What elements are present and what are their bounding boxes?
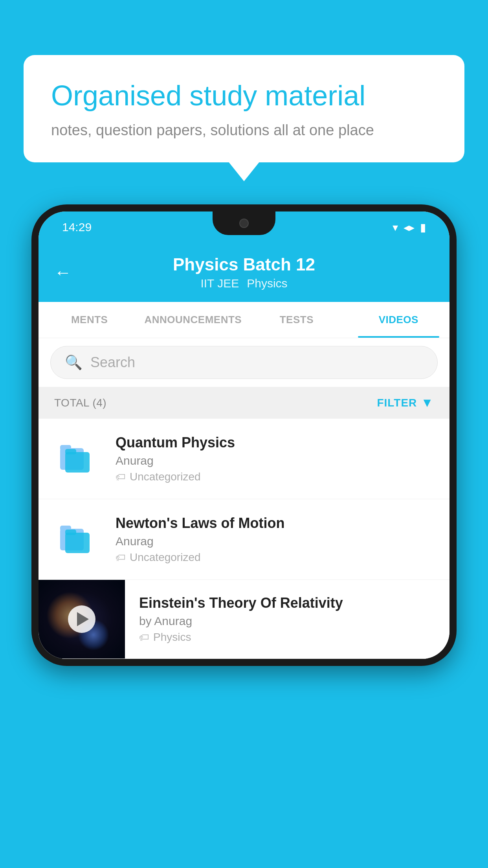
video-title: Quantum Physics (116, 434, 434, 451)
list-item[interactable]: Newton's Laws of Motion Anurag 🏷 Uncateg… (39, 499, 449, 580)
search-icon: 🔍 (65, 354, 83, 371)
list-item[interactable]: Einstein's Theory Of Relativity by Anura… (39, 580, 449, 659)
phone-device: 14:29 ▾ ◂▸ ▮ ← Physics Batch 12 IIT JEE … (31, 204, 457, 868)
wifi-icon: ▾ (393, 221, 398, 234)
tag-label-3: Physics (153, 631, 191, 644)
einstein-thumbnail (39, 580, 125, 658)
search-placeholder: Search (90, 354, 135, 371)
einstein-info: Einstein's Theory Of Relativity by Anura… (139, 583, 434, 655)
phone-notch (213, 211, 275, 235)
phone-screen: 14:29 ▾ ◂▸ ▮ ← Physics Batch 12 IIT JEE … (39, 211, 449, 659)
tab-tests[interactable]: TESTS (246, 302, 347, 338)
filter-funnel-icon: ▼ (421, 395, 434, 410)
speech-bubble-subtitle: notes, question papers, solutions all at… (51, 122, 437, 139)
video-info: Quantum Physics Anurag 🏷 Uncategorized (116, 434, 434, 483)
tabs-bar: MENTS ANNOUNCEMENTS TESTS VIDEOS (39, 302, 449, 338)
svg-rect-6 (65, 533, 90, 553)
video-folder-icon-2 (54, 516, 101, 563)
speech-bubble-heading: Organised study material (51, 79, 437, 112)
video-author-2: Anurag (116, 535, 434, 548)
speech-bubble-container: Organised study material notes, question… (24, 55, 464, 162)
tag-label: Uncategorized (130, 471, 201, 483)
app-header: ← Physics Batch 12 IIT JEE Physics (39, 243, 449, 302)
signal-icon: ◂▸ (404, 221, 415, 234)
tag-icon: 🏷 (116, 471, 126, 483)
video-folder-icon (54, 435, 101, 482)
video-tag-2: 🏷 Uncategorized (116, 551, 434, 564)
tag-icon-2: 🏷 (116, 552, 126, 564)
einstein-author: by Anurag (139, 614, 434, 628)
tag-icon-3: 🏷 (139, 631, 149, 644)
play-triangle-icon (77, 612, 89, 626)
tab-announcements[interactable]: ANNOUNCEMENTS (140, 302, 246, 338)
svg-rect-2 (65, 452, 90, 473)
search-input-wrap[interactable]: 🔍 Search (50, 346, 438, 379)
front-camera (239, 219, 249, 228)
status-icons: ▾ ◂▸ ▮ (393, 221, 426, 234)
filter-bar: TOTAL (4) FILTER ▼ (39, 387, 449, 419)
phone-body: 14:29 ▾ ◂▸ ▮ ← Physics Batch 12 IIT JEE … (31, 204, 457, 666)
einstein-tag: 🏷 Physics (139, 631, 434, 644)
back-button[interactable]: ← (54, 263, 72, 282)
svg-rect-3 (65, 449, 76, 454)
einstein-title: Einstein's Theory Of Relativity (139, 595, 434, 611)
video-tag: 🏷 Uncategorized (116, 471, 434, 483)
tag-iit-jee: IIT JEE (200, 277, 239, 290)
status-bar: 14:29 ▾ ◂▸ ▮ (39, 211, 449, 243)
app-subtitle: IIT JEE Physics (200, 277, 287, 290)
filter-button[interactable]: FILTER ▼ (377, 395, 434, 410)
tag-label-2: Uncategorized (130, 551, 201, 564)
status-time: 14:29 (62, 221, 92, 234)
speech-bubble: Organised study material notes, question… (24, 55, 464, 162)
filter-label: FILTER (377, 397, 417, 409)
video-author: Anurag (116, 454, 434, 467)
battery-icon: ▮ (420, 221, 426, 234)
video-list: Quantum Physics Anurag 🏷 Uncategorized (39, 419, 449, 659)
tab-videos[interactable]: VIDEOS (348, 302, 449, 338)
video-title-2: Newton's Laws of Motion (116, 515, 434, 531)
total-count: TOTAL (4) (54, 397, 106, 409)
app-title: Physics Batch 12 (173, 255, 315, 274)
search-bar: 🔍 Search (39, 338, 449, 387)
svg-rect-7 (65, 530, 76, 535)
list-item[interactable]: Quantum Physics Anurag 🏷 Uncategorized (39, 419, 449, 499)
tag-physics: Physics (247, 277, 287, 290)
play-button[interactable] (68, 605, 95, 633)
tab-ments[interactable]: MENTS (39, 302, 140, 338)
video-info-2: Newton's Laws of Motion Anurag 🏷 Uncateg… (116, 515, 434, 564)
